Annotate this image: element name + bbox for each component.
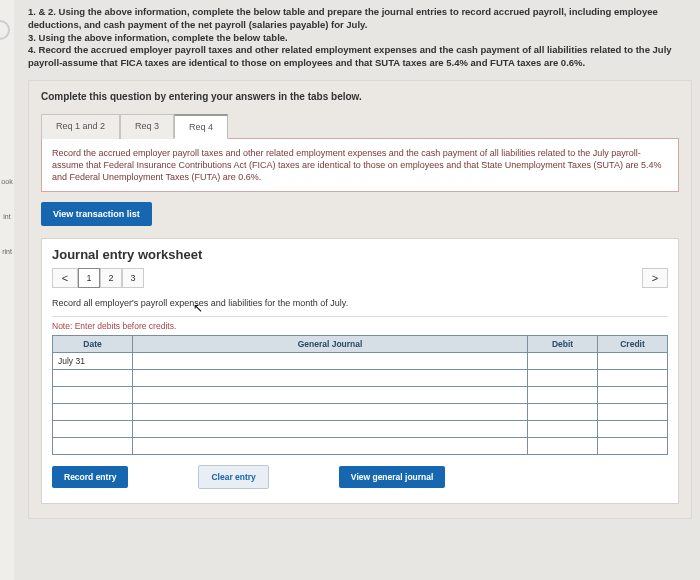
col-credit: Credit [598, 336, 668, 353]
req-tabs: Req 1 and 2 Req 3 Req 4 [41, 114, 679, 139]
view-transaction-list-button[interactable]: View transaction list [41, 202, 152, 226]
tab-req-4[interactable]: Req 4 [174, 114, 228, 139]
clear-entry-button[interactable]: Clear entry [198, 465, 268, 489]
worksheet-title: Journal entry worksheet [52, 247, 668, 262]
pager-next[interactable]: > [642, 268, 668, 288]
question-text: 1. & 2. Using the above information, com… [28, 6, 692, 70]
entry-pager: < 1 2 3 > [52, 268, 668, 288]
view-general-journal-button[interactable]: View general journal [339, 466, 446, 488]
table-row [53, 387, 668, 404]
journal-worksheet: Journal entry worksheet < 1 2 3 > Record… [41, 238, 679, 504]
table-row [53, 421, 668, 438]
table-row [53, 404, 668, 421]
pager-page-2[interactable]: 2 [100, 268, 122, 288]
col-debit: Debit [528, 336, 598, 353]
pager-page-1[interactable]: 1 [78, 268, 100, 288]
sidebar-label: ook [0, 175, 14, 188]
tab-req-3[interactable]: Req 3 [120, 114, 174, 139]
pager-prev[interactable]: < [52, 268, 78, 288]
tab-req-1-2[interactable]: Req 1 and 2 [41, 114, 120, 139]
table-row [53, 438, 668, 455]
journal-table: Date General Journal Debit Credit July 3… [52, 335, 668, 455]
sidebar-label: int [0, 210, 14, 223]
record-entry-button[interactable]: Record entry [52, 466, 128, 488]
cell-date[interactable]: July 31 [53, 353, 133, 370]
debits-note: Note: Enter debits before credits. [52, 321, 668, 331]
answer-panel: Complete this question by entering your … [28, 80, 692, 519]
table-row: July 31 [53, 353, 668, 370]
binder-ring-icon [0, 20, 10, 40]
entry-subtext: Record all employer's payroll expenses a… [52, 298, 668, 308]
cell-credit[interactable] [598, 353, 668, 370]
panel-lead: Complete this question by entering your … [41, 91, 679, 102]
cell-debit[interactable] [528, 353, 598, 370]
col-general-journal: General Journal [133, 336, 528, 353]
cell-account[interactable] [133, 353, 528, 370]
table-row [53, 370, 668, 387]
col-date: Date [53, 336, 133, 353]
sidebar-label: rint [0, 245, 14, 258]
pager-page-3[interactable]: 3 [122, 268, 144, 288]
tab-instructions: Record the accrued employer payroll taxe… [41, 138, 679, 192]
